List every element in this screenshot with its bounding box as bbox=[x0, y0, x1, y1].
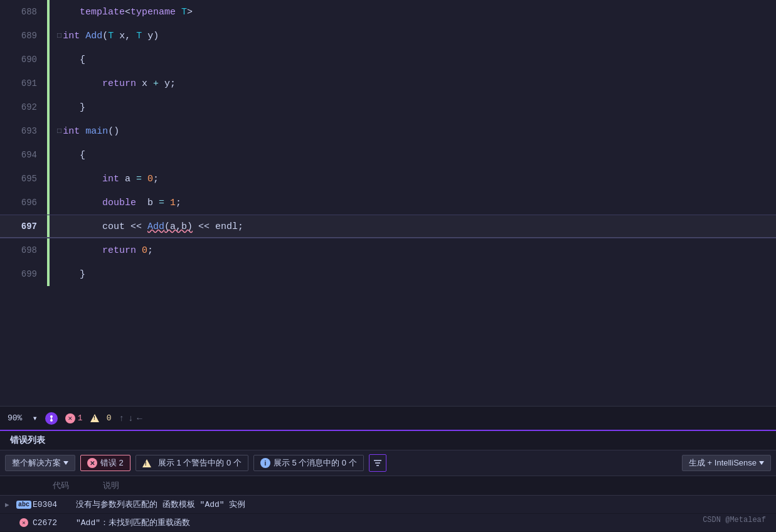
branch-icon bbox=[48, 415, 55, 422]
row-err-icon-c2672: ✕ bbox=[18, 518, 30, 527]
code-line-699[interactable]: 699 } bbox=[0, 262, 776, 286]
code-container: 688 template<typename T> 689 □int Add(T … bbox=[0, 0, 776, 406]
error-panel-title: 错误列表 bbox=[0, 431, 776, 450]
line-number-699: 699 bbox=[0, 262, 47, 286]
chevron-down-icon bbox=[63, 461, 68, 465]
row-desc-c2672: "Add"：未找到匹配的重载函数 bbox=[76, 517, 771, 528]
error-filter-icon: ✕ bbox=[87, 458, 97, 468]
arrow-down[interactable]: ↓ bbox=[128, 413, 133, 423]
row-code-e0304: E0304 bbox=[33, 500, 73, 509]
error-icon: ✕ bbox=[65, 413, 75, 423]
svg-point-1 bbox=[50, 419, 53, 422]
filter-toggle-button[interactable] bbox=[369, 454, 386, 472]
solution-scope-dropdown[interactable]: 整个解决方案 bbox=[5, 455, 75, 471]
status-icon-purple bbox=[45, 412, 58, 425]
nav-arrows[interactable]: ↑ ↓ ← bbox=[119, 413, 142, 423]
generate-chevron-icon bbox=[759, 461, 764, 465]
warning-filter-button[interactable]: ! 展示 1 个警告中的 0 个 bbox=[136, 455, 248, 471]
error-row-c2672[interactable]: ✕ C2672 "Add"：未找到匹配的重载函数 bbox=[0, 514, 776, 532]
code-line-696[interactable]: 696 double b = 1; bbox=[0, 191, 776, 215]
filter-icon bbox=[373, 459, 382, 467]
code-line-693[interactable]: 693 □int main() bbox=[0, 119, 776, 143]
warning-icon bbox=[90, 414, 99, 422]
code-line-688[interactable]: 688 template<typename T> bbox=[0, 0, 776, 24]
line-number-690: 690 bbox=[0, 48, 47, 72]
row-desc-e0304: 没有与参数列表匹配的 函数模板 "Add" 实例 bbox=[76, 499, 771, 510]
col-expand-space bbox=[5, 479, 50, 492]
code-content-694: { bbox=[50, 143, 776, 167]
error-underline-add: Add(a,b) bbox=[147, 221, 193, 232]
code-content-695: int a = 0; bbox=[50, 167, 776, 191]
arrow-up[interactable]: ↑ bbox=[119, 413, 124, 423]
abc-badge: abc bbox=[16, 501, 31, 509]
error-circle-c2672: ✕ bbox=[19, 518, 28, 527]
line-number-698: 698 bbox=[0, 238, 47, 262]
code-line-694[interactable]: 694 { bbox=[0, 143, 776, 167]
zoom-level: 90% bbox=[8, 413, 22, 423]
info-filter-icon: i bbox=[260, 458, 270, 468]
editor-area: 688 template<typename T> 689 □int Add(T … bbox=[0, 0, 776, 406]
warning-filter-icon: ! bbox=[142, 459, 151, 467]
code-content-698: return 0; bbox=[50, 238, 776, 262]
status-spacer: ▾ bbox=[32, 413, 37, 423]
code-content-688: template<typename T> bbox=[50, 0, 776, 24]
line-number-694: 694 bbox=[0, 143, 47, 167]
code-content-697: cout << Add(a,b) << endl; bbox=[50, 215, 776, 238]
code-line-691[interactable]: 691 return x + y; bbox=[0, 72, 776, 95]
line-number-696: 696 bbox=[0, 191, 47, 215]
code-content-693: □int main() bbox=[50, 119, 776, 143]
col-code-header: 代码 bbox=[50, 479, 100, 492]
collapse-icon-689: □ bbox=[57, 31, 61, 40]
row-code-c2672: C2672 bbox=[33, 518, 73, 528]
row-err-icon-e0304: abc bbox=[18, 501, 30, 509]
arrow-left[interactable]: ← bbox=[137, 413, 142, 423]
collapse-icon-693: □ bbox=[57, 127, 61, 136]
error-panel: 错误列表 整个解决方案 ✕ 错误 2 ! 展示 1 个警告中的 0 个 i 展示… bbox=[0, 430, 776, 532]
code-content-689: □int Add(T x, T y) bbox=[50, 24, 776, 48]
code-line-692[interactable]: 692 } bbox=[0, 95, 776, 119]
code-line-689[interactable]: 689 □int Add(T x, T y) bbox=[0, 24, 776, 48]
row-expand-e0304: ▶ bbox=[5, 501, 15, 509]
code-content-690: { bbox=[50, 48, 776, 72]
code-line-690[interactable]: 690 { bbox=[0, 48, 776, 72]
line-number-688: 688 bbox=[0, 0, 47, 24]
code-line-695[interactable]: 695 int a = 0; bbox=[0, 167, 776, 191]
line-number-697: 697 bbox=[0, 215, 47, 238]
info-filter-button[interactable]: i 展示 5 个消息中的 0 个 bbox=[253, 455, 364, 471]
col-desc-header: 说明 bbox=[100, 479, 771, 492]
svg-point-0 bbox=[50, 415, 53, 418]
error-row-e0304[interactable]: ▶ abc E0304 没有与参数列表匹配的 函数模板 "Add" 实例 bbox=[0, 496, 776, 514]
line-number-695: 695 bbox=[0, 167, 47, 191]
code-content-699: } bbox=[50, 262, 776, 286]
generate-button[interactable]: 生成 + IntelliSense bbox=[682, 455, 771, 471]
line-number-692: 692 bbox=[0, 95, 47, 119]
status-warning-count: 0 bbox=[90, 413, 112, 423]
error-panel-toolbar: 整个解决方案 ✕ 错误 2 ! 展示 1 个警告中的 0 个 i 展示 5 个消… bbox=[0, 450, 776, 476]
code-content-691: return x + y; bbox=[50, 72, 776, 95]
code-content-696: double b = 1; bbox=[50, 191, 776, 215]
error-table-header: 代码 说明 bbox=[0, 476, 776, 496]
error-filter-button[interactable]: ✕ 错误 2 bbox=[80, 455, 130, 471]
line-number-693: 693 bbox=[0, 119, 47, 143]
code-line-698[interactable]: 698 return 0; bbox=[0, 238, 776, 262]
line-number-689: 689 bbox=[0, 24, 47, 48]
line-number-691: 691 bbox=[0, 72, 47, 95]
status-bar: 90% ▾ ✕ 1 0 ↑ ↓ ← bbox=[0, 406, 776, 430]
code-content-692: } bbox=[50, 95, 776, 119]
status-error-count: ✕ 1 bbox=[65, 413, 83, 423]
code-line-697[interactable]: 697 cout << Add(a,b) << endl; bbox=[0, 215, 776, 238]
